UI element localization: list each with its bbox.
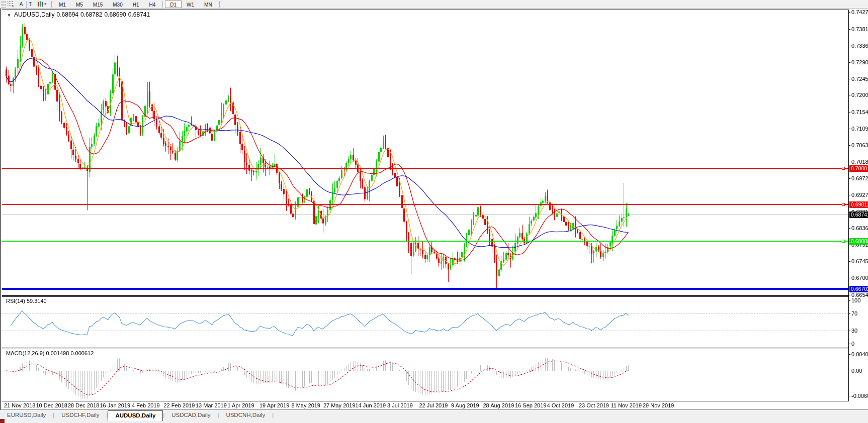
macd-top-border	[2, 349, 848, 349]
date-axis-label: 28 Dec 2018	[68, 402, 99, 408]
macd-bottom-border	[2, 401, 848, 401]
date-axis-label: 29 Nov 2019	[643, 402, 674, 408]
date-axis-label: 14 Jun 2019	[356, 402, 386, 408]
grid-f-icon[interactable]: F	[6, 1, 16, 8]
price-tick-label: 0.69720	[851, 175, 868, 181]
chart-symbol: AUDUSD,Daily	[14, 11, 55, 18]
date-axis-label: 3 Jul 2019	[387, 402, 413, 408]
rsi-label: RSI(14) 59.3140	[6, 298, 47, 304]
line-handle-icon[interactable]	[842, 203, 845, 206]
horizontal-line-0.69012[interactable]	[2, 204, 848, 205]
timeframe-button-MN[interactable]: MN	[199, 1, 217, 8]
svg-text:F: F	[12, 5, 14, 7]
symbol-tab-USDCNH[interactable]: USDCNH,Daily	[219, 410, 272, 421]
date-axis-label: 8 May 2019	[292, 402, 320, 408]
text-label-icon[interactable]: A	[16, 1, 26, 8]
chart-canvas[interactable]	[1, 9, 868, 423]
timeframe-button-M15[interactable]: M15	[88, 1, 108, 8]
date-axis-label: 1 Apr 2019	[228, 402, 254, 408]
horizontal-line-0.70001[interactable]	[2, 168, 848, 169]
price-tick-label: 0.67450	[851, 258, 868, 264]
macd-tick-label: -0.00609	[851, 393, 868, 399]
current-price-tag: 0.68741	[849, 212, 868, 218]
toolbar: FAT▾M1M5M15M30H1H4D1W1MN	[0, 0, 868, 9]
horizontal-line-0.68008[interactable]	[2, 241, 848, 242]
toolbar-separator	[219, 1, 220, 8]
timeframe-button-M5[interactable]: M5	[71, 1, 88, 8]
price-tick-label: 0.70630	[851, 142, 868, 148]
symbol-tab-USDCHF[interactable]: USDCHF,Daily	[54, 410, 106, 421]
price-axis-border	[848, 10, 849, 401]
chart-top-border	[2, 10, 848, 10]
date-axis-label: 19 Apr 2019	[259, 402, 289, 408]
price-tick-label: 0.69270	[851, 192, 868, 198]
date-axis-label: 28 Aug 2019	[483, 402, 514, 408]
timeframe-button-M30[interactable]: M30	[108, 1, 127, 8]
chart-window: ▼AUDUSD,Daily0.686940.687820.686900.6874…	[0, 9, 868, 423]
date-axis-label: 16 Sep 2019	[515, 402, 546, 408]
symbol-tab-AUDUSD[interactable]: AUDUSD,Daily	[108, 410, 163, 421]
date-axis-label: 22 Feb 2019	[164, 402, 195, 408]
text-box-icon[interactable]: T	[26, 1, 34, 8]
date-axis-label: 27 May 2019	[323, 402, 356, 408]
toolbar-separator	[162, 1, 163, 8]
price-tick-label: 0.72900	[851, 59, 868, 65]
timeframe-button-D1[interactable]: D1	[165, 1, 182, 8]
ohlc-high: 0.68782	[80, 11, 102, 18]
date-axis-label: 23 Oct 2019	[579, 402, 609, 408]
price-tag-0.66702: 0.66702	[849, 286, 868, 292]
toolbar-drag-handle[interactable]	[1, 1, 6, 8]
price-tick-label: 0.71090	[851, 126, 868, 132]
price-tick-label: 0.73360	[851, 43, 868, 49]
toolbar-separator	[51, 1, 52, 8]
date-axis-label: 10 Dec 2018	[36, 402, 67, 408]
symbol-tab-USDCAD[interactable]: USDCAD,Daily	[164, 410, 217, 421]
price-tick-label: 0.68360	[851, 225, 868, 231]
ohlc-close: 0.68741	[128, 11, 150, 18]
timeframe-button-W1[interactable]: W1	[182, 1, 199, 8]
colors-dropdown-icon[interactable]: ▾	[34, 1, 49, 8]
timeframe-button-M1[interactable]: M1	[54, 1, 71, 8]
date-axis-label: 21 Nov 2018	[4, 402, 35, 408]
timeframe-button-H1[interactable]: H1	[128, 1, 144, 8]
price-tick-label: 0.74270	[851, 9, 868, 15]
price-tick-label: 0.72000	[851, 92, 868, 98]
price-tag-0.69012: 0.69012	[849, 201, 868, 208]
price-tick-label: 0.67000	[851, 275, 868, 281]
timeframe-button-H4[interactable]: H4	[144, 1, 161, 8]
rsi-tick-label: 0	[851, 341, 854, 347]
chart-title: ▼AUDUSD,Daily0.686940.687820.686900.6874…	[7, 11, 152, 18]
date-axis-label: 4 Feb 2019	[132, 402, 160, 408]
rsi-tick-label: 100	[851, 297, 860, 303]
ohlc-open: 0.68694	[57, 11, 78, 18]
window-corner-marker	[0, 419, 5, 423]
macd-tick-label: 0.004017	[851, 351, 868, 357]
chart-dropdown-icon[interactable]: ▼	[7, 13, 11, 18]
rsi-tick-label: 70	[851, 310, 857, 316]
price-tag-0.70001: 0.70001	[849, 165, 868, 172]
macd-label: MACD(12,26,9) 0.001498 0.000612	[6, 350, 94, 356]
trading-app: FAT▾M1M5M15M30H1H4D1W1MN ▼AUDUSD,Daily0.…	[0, 0, 868, 423]
rsi-top-border	[2, 296, 848, 297]
line-handle-icon[interactable]	[842, 167, 845, 170]
date-axis-label: 16 Jan 2019	[100, 402, 131, 408]
date-axis-label: 13 Mar 2019	[196, 402, 227, 408]
horizontal-line-0.66702[interactable]	[2, 288, 848, 290]
price-tick-label: 0.71540	[851, 109, 868, 115]
price-tick-label: 0.73810	[851, 26, 868, 32]
price-tag-0.68008: 0.68008	[849, 238, 868, 245]
date-axis-label: 22 Jul 2019	[419, 402, 448, 408]
tab-separator: |	[272, 412, 274, 418]
ohlc-low: 0.68690	[104, 11, 126, 18]
symbol-tab-bar: EURUSD,Daily|USDCHF,Daily|AUDUSD,Daily|U…	[0, 409, 868, 423]
date-axis-label: 9 Aug 2019	[451, 402, 479, 408]
price-tick-label: 0.72450	[851, 76, 868, 82]
rsi-bottom-border	[2, 348, 848, 348]
main-bottom-border	[2, 295, 848, 296]
macd-tick-label: 0.00	[851, 368, 862, 374]
date-axis-label: 4 Oct 2019	[547, 402, 574, 408]
symbol-tab-EURUSD[interactable]: EURUSD,Daily	[0, 410, 53, 421]
line-handle-icon[interactable]	[842, 240, 845, 243]
date-axis-label: 11 Nov 2019	[611, 402, 642, 408]
rsi-tick-label: 30	[851, 328, 857, 334]
